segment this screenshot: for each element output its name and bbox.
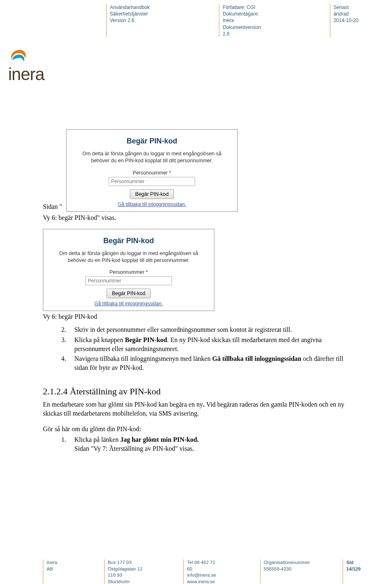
header-text: Dokumentägare: Inera	[223, 11, 268, 24]
header-text: Säkerhetstjänster	[110, 11, 149, 17]
footer-col-contact: Tel 08 452 71 60 info@inera.se www.inera…	[183, 559, 232, 584]
caption-intro: Sidan "	[43, 202, 62, 211]
personnummer-input[interactable]	[109, 177, 195, 186]
footer-text: Organisationsnummer	[264, 559, 310, 566]
dialog-description: Om detta är första gången du loggar in m…	[74, 150, 230, 164]
header-text: Dokumentversion: 2.6	[223, 24, 268, 37]
text-bold: .	[203, 401, 206, 408]
item-number	[61, 444, 69, 453]
text-run: Klicka på länken	[74, 436, 120, 443]
section-heading: 2.1.2.4 Återställning av PIN-kod	[43, 386, 380, 397]
dialog-description: Om detta är första gången du loggar in m…	[51, 250, 207, 264]
header-col-1: Användarhandbok Säkerhetstjänster Versio…	[106, 4, 166, 37]
text-bold: Begär PIN-kod	[125, 336, 167, 343]
section-paragraph: Gör så här om du glömt din PIN-kod:	[43, 425, 355, 434]
footer-text: 118 93 Stockholm	[108, 572, 143, 584]
list-item: 3. Klicka på knappen Begär PIN-kod. En n…	[61, 336, 355, 354]
header-text: Version 2.6	[110, 17, 149, 24]
figure-caption: Vy 6: begär PIN-kod	[43, 313, 380, 320]
item-text: Navigera tillbaka till inloggningsmenyn …	[74, 354, 355, 372]
text-bold: Jag har glömt min PIN-kod.	[120, 436, 198, 443]
section-paragraph: En medarbetare som har glömt sin PIN-kod…	[43, 400, 355, 418]
list-item: 1. Klicka på länken Jag har glömt min PI…	[61, 435, 380, 444]
request-pin-button[interactable]: Begär PIN-kod	[130, 189, 174, 199]
footer-col-address: Box 177 03 Östgötagatan 12 118 93 Stockh…	[104, 559, 155, 584]
personnummer-input[interactable]	[85, 276, 172, 285]
list-item: 2. Skriv in det personnummer eller samor…	[61, 325, 355, 334]
list-item: 4. Navigera tillbaka till inloggningsmen…	[61, 354, 355, 372]
footer-col-orgnr: Organisationsnummer 556559-4230	[260, 559, 322, 584]
item-text: Klicka på länken Jag har glömt min PIN-k…	[74, 435, 199, 444]
item-number: 3.	[61, 336, 69, 354]
logo-text: inera	[8, 65, 44, 84]
text-run: Klicka på knappen	[74, 336, 125, 343]
dialog-title: Begär PIN-kod	[71, 137, 233, 145]
caption-line: Sidan "	[43, 202, 62, 211]
personnummer-label: Personnummer *	[47, 269, 210, 275]
item-number: 2.	[61, 325, 69, 334]
footer-text: Inera AB	[47, 559, 63, 572]
footer-text: 556559-4230	[264, 566, 310, 573]
footer-col-page: Sid 14/129	[343, 559, 380, 584]
instruction-list-b: 1. Klicka på länken Jag har glömt min PI…	[61, 435, 380, 453]
header-text: 2014-10-20	[334, 17, 363, 24]
header-col-2: Författare: CGI Dokumentägare: Inera Dok…	[219, 4, 285, 37]
request-pin-button[interactable]: Begär PIN-kod	[107, 289, 151, 298]
dialog-title: Begär PIN-kod	[47, 237, 210, 245]
personnummer-label: Personnummer *	[71, 170, 233, 176]
footer-text: Östgötagatan 12	[108, 566, 143, 573]
footer-col-company: Inera AB	[43, 559, 76, 584]
back-to-login-link[interactable]: Gå tillbaka till inloggningssidan.	[94, 301, 163, 307]
header-text: Senast ändrad	[334, 4, 363, 17]
footer-text: Box 177 03	[108, 559, 143, 566]
item-text: Skriv in det personnummer eller samordni…	[74, 325, 292, 334]
header-text: Författare: CGI	[223, 4, 268, 11]
footer-text: info@inera.se	[187, 572, 219, 579]
header-text: Användarhandbok	[110, 4, 149, 11]
item-text: Sidan "Vy 7: Återställning av PIN-kod" v…	[74, 444, 194, 453]
page-number: Sid 14/129	[346, 559, 368, 572]
list-item: Sidan "Vy 7: Återställning av PIN-kod" v…	[61, 444, 380, 453]
inera-logo: inera	[8, 47, 380, 84]
instruction-list-a: 2. Skriv in det personnummer eller samor…	[61, 325, 355, 372]
text-run: En medarbetare som har glömt sin PIN-kod…	[43, 401, 203, 408]
caption-line: Vy 6: begär PIN-kod" visas.	[43, 214, 380, 222]
document-footer: Inera AB Box 177 03 Östgötagatan 12 118 …	[43, 559, 380, 584]
header-col-3: Senast ändrad 2014-10-20	[330, 4, 380, 37]
pin-dialog-2: Begär PIN-kod Om detta är första gången …	[43, 229, 214, 311]
text-run: Navigera tillbaka till inloggningsmenyn …	[74, 355, 212, 362]
back-to-login-link[interactable]: Gå tillbaka till inloggningssidan.	[118, 201, 186, 207]
logo-swirl-icon	[8, 47, 29, 65]
item-number: 4.	[61, 354, 69, 372]
footer-text: Tel 08 452 71 60	[187, 559, 219, 572]
footer-text: www.inera.se	[187, 579, 219, 584]
text-bold: Gå tillbaka till inloggningssidan	[212, 355, 301, 362]
item-text: Klicka på knappen Begär PIN-kod. En ny P…	[74, 336, 355, 354]
item-number: 1.	[61, 435, 69, 444]
pin-dialog-1: Begär PIN-kod Om detta är första gången …	[66, 129, 238, 212]
document-header: Användarhandbok Säkerhetstjänster Versio…	[106, 0, 380, 37]
